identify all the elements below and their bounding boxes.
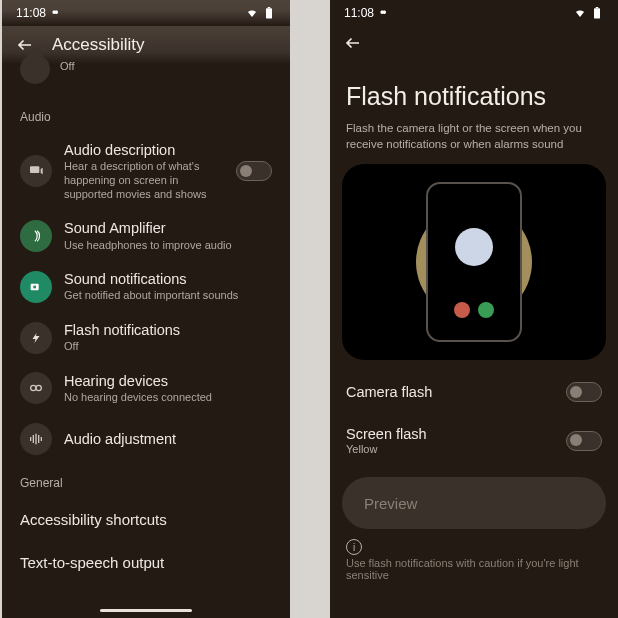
row-tts-output[interactable]: Text-to-speech output <box>14 541 278 584</box>
svg-rect-4 <box>33 285 36 288</box>
section-header-audio: Audio <box>14 104 278 132</box>
status-bar: 11:08 •• <box>2 0 290 26</box>
page-title: Accessibility <box>52 35 145 55</box>
camera-flash-label: Camera flash <box>346 384 432 400</box>
svg-rect-7 <box>30 437 31 441</box>
hearing-devices-icon <box>20 372 52 404</box>
row-hearing-devices[interactable]: Hearing devices No hearing devices conne… <box>14 363 278 414</box>
row-accessibility-shortcuts[interactable]: Accessibility shortcuts <box>14 498 278 541</box>
flash-notifications-title: Flash notifications <box>64 321 272 339</box>
illustration-screen-dot <box>455 228 493 266</box>
svg-rect-2 <box>30 167 39 174</box>
preview-label: Preview <box>364 495 417 512</box>
svg-rect-13 <box>596 7 598 8</box>
navigation-handle[interactable] <box>100 609 192 612</box>
row-audio-adjustment[interactable]: Audio adjustment <box>14 414 278 464</box>
status-bar: 11:08 •• <box>330 0 618 26</box>
row-screen-flash[interactable]: Screen flash Yellow <box>342 414 606 467</box>
voicemail-icon: •• <box>52 6 56 20</box>
page-description: Flash the camera light or the screen whe… <box>342 119 606 162</box>
previous-item-icon <box>20 54 50 84</box>
svg-rect-9 <box>35 434 36 445</box>
svg-rect-8 <box>33 435 34 443</box>
audio-description-icon <box>20 155 52 187</box>
audio-description-toggle[interactable] <box>236 161 272 181</box>
hearing-devices-sub: No hearing devices connected <box>64 391 272 405</box>
flash-notifications-sub: Off <box>64 340 272 354</box>
svg-point-6 <box>36 386 41 391</box>
section-header-general: General <box>14 470 278 498</box>
svg-rect-0 <box>266 8 272 18</box>
row-audio-description[interactable]: Audio description Hear a description of … <box>14 132 278 210</box>
row-sound-amplifier[interactable]: Sound Amplifier Use headphones to improv… <box>14 210 278 261</box>
footer-warning: Use flash notifications with caution if … <box>342 555 606 581</box>
screen-flash-toggle[interactable] <box>566 431 602 451</box>
illustration-phone <box>426 182 522 342</box>
sound-amplifier-icon <box>20 220 52 252</box>
svg-rect-11 <box>41 437 42 441</box>
voicemail-icon: •• <box>380 6 384 20</box>
audio-description-title: Audio description <box>64 141 224 159</box>
audio-adjustment-title: Audio adjustment <box>64 430 272 448</box>
wifi-icon <box>245 7 259 19</box>
sound-notifications-icon <box>20 271 52 303</box>
sound-notifications-sub: Get notified about important sounds <box>64 289 272 303</box>
screen-flash-label: Screen flash <box>346 426 427 442</box>
clock: 11:08 <box>16 6 46 20</box>
svg-rect-1 <box>268 7 270 8</box>
sound-amplifier-title: Sound Amplifier <box>64 219 272 237</box>
audio-adjustment-icon <box>20 423 52 455</box>
previous-item-state: Off <box>60 60 74 72</box>
hearing-devices-title: Hearing devices <box>64 372 272 390</box>
row-camera-flash[interactable]: Camera flash <box>342 370 606 414</box>
wifi-icon <box>573 7 587 19</box>
row-flash-notifications[interactable]: Flash notifications Off <box>14 312 278 363</box>
sound-amplifier-sub: Use headphones to improve audio <box>64 239 272 253</box>
illustration-green-dot <box>478 302 494 318</box>
illustration-red-dot <box>454 302 470 318</box>
battery-icon <box>262 7 276 19</box>
illustration <box>342 164 606 360</box>
camera-flash-toggle[interactable] <box>566 382 602 402</box>
page-title: Flash notifications <box>342 60 606 119</box>
previous-item-partial[interactable]: Off <box>14 64 278 104</box>
accessibility-settings-screen: 11:08 •• Accessibility Off Audio <box>2 0 290 618</box>
clock: 11:08 <box>344 6 374 20</box>
battery-icon <box>590 7 604 19</box>
sound-notifications-title: Sound notifications <box>64 270 272 288</box>
row-sound-notifications[interactable]: Sound notifications Get notified about i… <box>14 261 278 312</box>
svg-rect-12 <box>594 8 600 18</box>
flash-notifications-screen: 11:08 •• Flash notifications Flash the c… <box>330 0 618 618</box>
svg-rect-10 <box>38 435 39 443</box>
back-button[interactable] <box>342 32 364 54</box>
screen-flash-sub: Yellow <box>346 443 427 455</box>
app-bar <box>330 26 618 60</box>
flash-notifications-icon <box>20 322 52 354</box>
svg-point-5 <box>31 386 36 391</box>
preview-button[interactable]: Preview <box>342 477 606 529</box>
info-icon: i <box>346 539 362 555</box>
audio-description-sub: Hear a description of what's happening o… <box>64 160 224 201</box>
